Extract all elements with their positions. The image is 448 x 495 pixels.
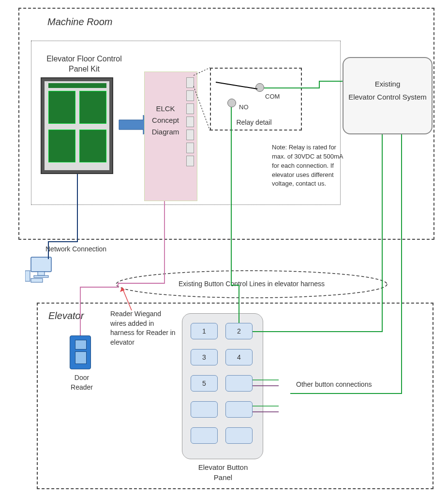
relay-port-icon: [186, 130, 194, 140]
panel-kit-image: [41, 77, 113, 174]
button-panel-label: Elevator Button Panel: [192, 462, 254, 482]
relay-detail-label: Relay detail: [227, 118, 281, 127]
relay-no-terminal: [227, 99, 236, 107]
svg-rect-4: [31, 257, 51, 272]
elck-label: ELCK Concept Diagram: [149, 103, 182, 138]
computer-icon: [25, 256, 53, 283]
relay-com-terminal: [255, 83, 264, 92]
svg-rect-5: [38, 272, 45, 276]
relay-com-label: COM: [265, 93, 280, 101]
panel-kit-label: Elevator Floor Control Panel Kit: [41, 54, 128, 74]
reader-wiegand-note: Reader Wiegand wires added in harness fo…: [110, 309, 178, 347]
panel-btn-5: 5: [191, 375, 218, 392]
panel-btn-blank: [225, 401, 253, 418]
relay-port-icon: [186, 156, 194, 166]
network-connection-label: Network Connection: [45, 245, 106, 253]
machine-room-title: Machine Room: [47, 15, 113, 28]
svg-marker-11: [120, 287, 125, 292]
svg-rect-6: [34, 276, 48, 277]
other-connections-label: Other button connections: [296, 380, 393, 389]
panel-btn-3: 3: [191, 349, 218, 365]
svg-rect-7: [25, 271, 30, 281]
panel-btn-blank: [191, 427, 218, 444]
elck-concept-box: ELCK Concept Diagram: [144, 72, 197, 201]
relay-port-icon: [186, 143, 194, 153]
existing-control-label: Existing Elevator Control System: [346, 77, 429, 103]
relay-port-icon: [186, 116, 194, 127]
svg-rect-8: [31, 278, 43, 282]
panel-btn-blank: [225, 427, 253, 444]
elevator-title: Elevator: [48, 309, 84, 322]
panel-btn-1: 1: [191, 323, 218, 339]
door-reader-label: Door Reader: [65, 373, 99, 392]
relay-no-label: NO: [239, 103, 249, 112]
relay-port-icon: [186, 103, 194, 114]
relay-port-icon: [186, 77, 194, 88]
panel-btn-blank: [191, 401, 218, 418]
door-reader-device: [70, 335, 91, 369]
panel-btn-4: 4: [225, 349, 253, 365]
relay-rating-note: Note: Relay is rated for max. of 30VDC a…: [272, 143, 344, 189]
relay-port-icon: [186, 90, 194, 101]
panel-btn-blank: [225, 375, 253, 392]
panel-btn-2: 2: [225, 323, 253, 339]
harness-label: Existing Button Control Lines in elevato…: [174, 279, 329, 288]
